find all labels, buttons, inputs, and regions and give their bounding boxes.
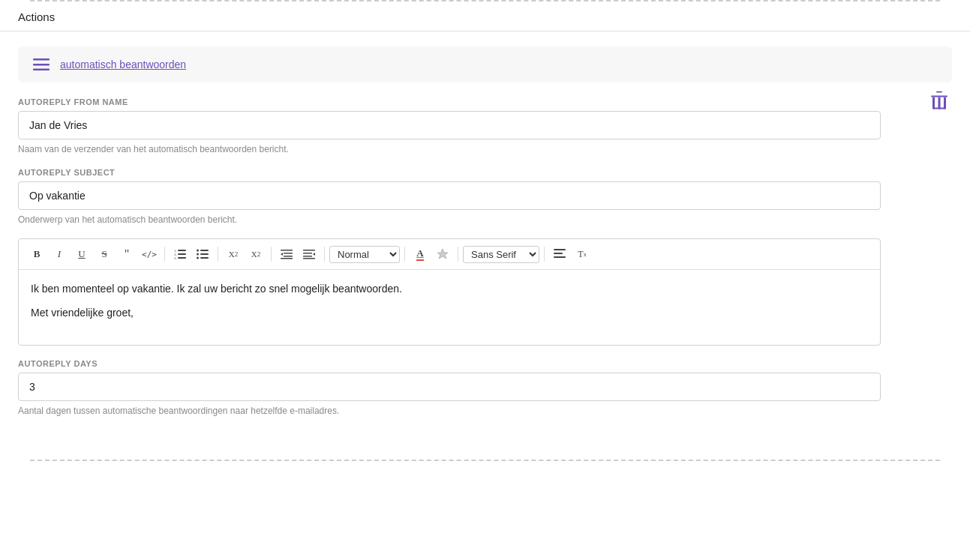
code-button[interactable]: </> xyxy=(139,244,160,265)
svg-rect-22 xyxy=(284,253,293,254)
indent-left-button[interactable] xyxy=(276,244,297,265)
svg-rect-34 xyxy=(554,256,566,258)
bottom-dashed-line xyxy=(30,460,940,461)
svg-rect-16 xyxy=(200,253,209,255)
unordered-list-button[interactable] xyxy=(192,244,213,265)
text-color-button[interactable]: A xyxy=(410,244,431,265)
action-link[interactable]: automatisch beantwoorden xyxy=(60,58,186,70)
svg-marker-31 xyxy=(437,249,448,259)
editor-container: B I U S " </> 1. 2. 3. xyxy=(18,238,881,346)
page-wrapper: Actions automatisch beantwoorden xyxy=(0,0,970,560)
svg-rect-29 xyxy=(303,258,315,259)
autoreply-subject-label: AUTOREPLY SUBJECT xyxy=(18,168,952,177)
svg-rect-3 xyxy=(931,96,947,97)
separator-6 xyxy=(458,247,458,262)
separator-5 xyxy=(404,247,405,262)
editor-toolbar: B I U S " </> 1. 2. 3. xyxy=(19,239,880,270)
svg-point-20 xyxy=(197,257,199,259)
svg-rect-9 xyxy=(178,250,186,251)
action-card: automatisch beantwoorden xyxy=(18,46,952,82)
autoreply-days-group: AUTOREPLY DAYS Aantal dagen tussen autom… xyxy=(18,359,952,416)
separator-4 xyxy=(324,247,325,262)
italic-button[interactable]: I xyxy=(49,244,70,265)
highlight-button[interactable] xyxy=(432,244,453,265)
svg-rect-24 xyxy=(281,258,293,259)
bold-button[interactable]: B xyxy=(26,244,47,265)
autoreply-from-group: AUTOREPLY FROM NAME Naam van de verzende… xyxy=(18,97,952,154)
content-area: automatisch beantwoorden AUTOREPLY FROM … xyxy=(0,31,970,445)
svg-point-19 xyxy=(197,253,199,256)
editor-group: B I U S " </> 1. 2. 3. xyxy=(18,238,952,346)
autoreply-days-input[interactable] xyxy=(18,373,881,401)
strikethrough-button[interactable]: S xyxy=(94,244,115,265)
editor-line-3: Met vriendelijke groet, xyxy=(31,304,868,321)
delete-action-button[interactable] xyxy=(931,91,947,115)
svg-point-18 xyxy=(197,250,199,252)
svg-rect-21 xyxy=(281,250,293,251)
svg-rect-23 xyxy=(284,256,293,257)
autoreply-days-label: AUTOREPLY DAYS xyxy=(18,359,952,368)
underline-button[interactable]: U xyxy=(71,244,92,265)
separator-1 xyxy=(164,247,165,262)
autoreply-subject-hint: Onderwerp van het automatisch beantwoord… xyxy=(18,214,952,225)
svg-marker-25 xyxy=(281,253,283,256)
svg-rect-33 xyxy=(554,253,563,254)
svg-rect-6 xyxy=(944,97,946,109)
svg-rect-15 xyxy=(200,250,209,251)
svg-rect-1 xyxy=(33,64,50,66)
superscript-button[interactable]: X2 xyxy=(245,244,266,265)
ordered-list-button[interactable]: 1. 2. 3. xyxy=(170,244,191,265)
action-icon xyxy=(33,58,50,70)
svg-rect-8 xyxy=(938,97,941,109)
clear-format-button[interactable]: Tx xyxy=(572,244,593,265)
svg-text:3.: 3. xyxy=(174,256,177,260)
actions-heading: Actions xyxy=(0,1,970,31)
autoreply-from-hint: Naam van de verzender van het automatisc… xyxy=(18,144,952,154)
svg-marker-30 xyxy=(313,253,315,256)
autoreply-days-hint: Aantal dagen tussen automatische beantwo… xyxy=(18,406,952,416)
svg-rect-28 xyxy=(303,256,312,257)
separator-7 xyxy=(544,247,545,262)
align-button[interactable] xyxy=(549,244,570,265)
separator-3 xyxy=(271,247,272,262)
svg-rect-0 xyxy=(33,58,50,61)
editor-body[interactable]: Ik ben momenteel op vakantie. Ik zal uw … xyxy=(19,270,880,345)
editor-line-1: Ik ben momenteel op vakantie. Ik zal uw … xyxy=(31,280,868,297)
autoreply-subject-group: AUTOREPLY SUBJECT Onderwerp van het auto… xyxy=(18,168,952,225)
svg-rect-5 xyxy=(932,97,935,109)
format-select[interactable]: Normal Heading 1 Heading 2 Heading 3 xyxy=(329,246,400,263)
autoreply-from-label: AUTOREPLY FROM NAME xyxy=(18,97,952,106)
font-select[interactable]: Sans Serif Serif Monospace xyxy=(463,246,539,263)
blockquote-button[interactable]: " xyxy=(116,244,137,265)
indent-right-button[interactable] xyxy=(299,244,320,265)
subscript-button[interactable]: X2 xyxy=(223,244,244,265)
autoreply-subject-input[interactable] xyxy=(18,181,881,210)
autoreply-from-input[interactable] xyxy=(18,111,881,139)
svg-rect-11 xyxy=(178,257,186,259)
svg-rect-32 xyxy=(554,249,566,250)
svg-rect-10 xyxy=(178,253,186,255)
svg-rect-4 xyxy=(936,91,942,93)
svg-rect-2 xyxy=(33,69,50,71)
separator-2 xyxy=(218,247,218,262)
svg-rect-26 xyxy=(303,250,315,251)
svg-rect-27 xyxy=(303,253,312,254)
svg-rect-17 xyxy=(200,257,209,259)
